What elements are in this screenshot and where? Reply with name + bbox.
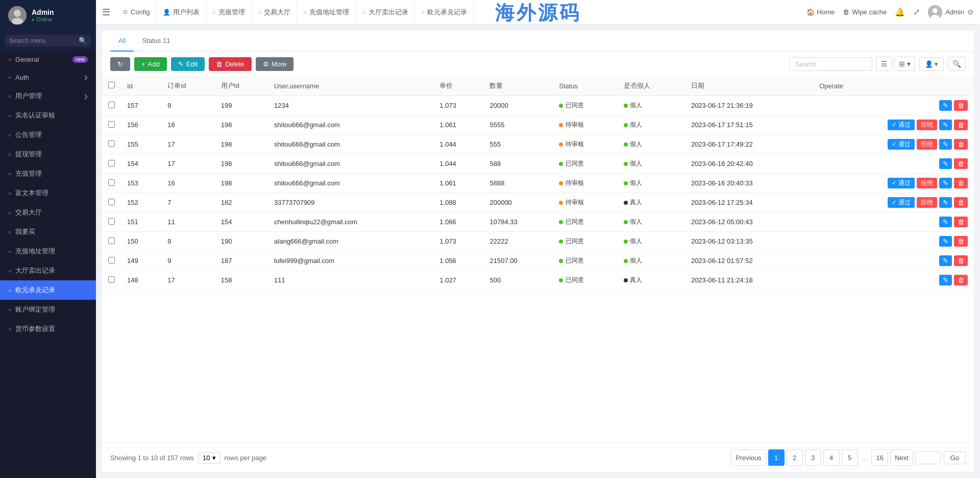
row-checkbox[interactable] [108,140,115,147]
sidebar-item-general[interactable]: ○ General new [0,51,96,68]
approve-button[interactable]: ✓ 通过 [888,197,915,208]
topnav-hall-sell[interactable]: ○ 大厅卖出记录 [356,0,414,25]
approve-button[interactable]: ✓ 通过 [888,139,915,150]
goto-page-input[interactable] [915,451,941,464]
topnav-config[interactable]: ⚙ Config [116,0,157,25]
edit-row-button[interactable]: ✎ [939,217,952,227]
page-4-button[interactable]: 4 [823,449,840,466]
topnav-wipe-cache[interactable]: 🗑 Wipe cache [843,8,887,16]
page-2-button[interactable]: 2 [787,449,803,466]
edit-row-button[interactable]: ✎ [939,158,952,169]
bell-icon[interactable]: 🔔 [895,7,905,17]
page-3-button[interactable]: 3 [805,449,821,466]
cell-is-fake: 假人 [618,251,685,271]
topnav-trade-hall[interactable]: ○ 交易大厅 [252,0,297,25]
search-input[interactable] [790,58,872,70]
sidebar-item-euro-record[interactable]: ○ 欧元承兑记录 [0,280,96,300]
sidebar-item-recharge[interactable]: ○ 充值管理 [0,164,96,183]
row-checkbox[interactable] [108,237,115,244]
row-checkbox[interactable] [108,121,115,128]
fake-label: 假人 [630,159,642,168]
edit-row-button[interactable]: ✎ [939,255,952,266]
cell-username: shitou666@gmail.com [268,154,433,174]
topnav-euro-rec[interactable]: ○ 欧元承兑记录 [415,0,474,25]
search-box[interactable] [790,57,872,71]
circle-icon: ○ [258,9,261,16]
delete-row-button[interactable]: 🗑 [954,275,968,285]
reject-button[interactable]: 拒绝 [917,119,937,130]
columns-dropdown[interactable]: 👤 ▾ [919,57,944,71]
delete-row-button[interactable]: 🗑 [954,255,968,266]
delete-row-button[interactable]: 🗑 [954,119,968,130]
row-checkbox[interactable] [108,257,115,264]
page-5-button[interactable]: 5 [842,449,858,466]
delete-button[interactable]: 🗑 Delete [209,57,252,71]
edit-row-button[interactable]: ✎ [939,119,952,130]
delete-row-button[interactable]: 🗑 [954,158,968,169]
row-checkbox[interactable] [108,276,115,283]
prev-button[interactable]: Previous [731,449,766,466]
delete-row-button[interactable]: 🗑 [954,197,968,208]
next-button[interactable]: Next [890,449,913,466]
page-16-button[interactable]: 16 [871,449,888,466]
sidebar-search-inner[interactable]: 🔍 [5,35,91,46]
approve-button[interactable]: ✓ 通过 [888,178,915,188]
wipe-cache-icon: 🗑 [843,8,849,16]
sidebar-item-currency[interactable]: ○ 货币参数设置 [0,319,96,339]
sidebar-item-user-mgmt[interactable]: ○ 用户管理 ❯ [0,86,96,106]
settings-icon[interactable]: ⚙ [967,8,974,16]
search-filter-button[interactable]: 🔍 [948,57,966,71]
rows-per-page-select[interactable]: 10 ▾ [198,452,220,464]
edit-row-button[interactable]: ✎ [939,197,952,208]
cell-operate: ✎🗑 [813,154,974,174]
sidebar-item-account-bind[interactable]: ○ 账户绑定管理 [0,300,96,319]
edit-row-button[interactable]: ✎ [939,236,952,247]
refresh-button[interactable]: ↻ [110,57,130,71]
row-checkbox[interactable] [108,199,115,205]
search-menu-input[interactable] [9,37,76,44]
sidebar-item-hall-sell[interactable]: ○ 大厅卖出记录 [0,261,96,280]
sidebar-item-withdraw[interactable]: ○ 提现管理 [0,145,96,164]
approve-button[interactable]: ✓ 通过 [888,119,915,130]
sidebar-item-auth[interactable]: ○ Auth ❯ [0,68,96,86]
expand-icon[interactable]: ⤢ [913,7,920,17]
list-view-button[interactable]: ☰ [876,57,892,71]
row-checkbox[interactable] [108,218,115,225]
edit-row-button[interactable]: ✎ [939,275,952,285]
delete-row-button[interactable]: 🗑 [954,236,968,247]
topnav-admin[interactable]: Admin ⚙ [928,5,974,19]
goto-button[interactable]: Go [944,451,966,464]
sidebar-item-recharge-addr[interactable]: ○ 充值地址管理 [0,242,96,261]
topnav-recharge-addr[interactable]: ○ 充值地址管理 [297,0,356,25]
row-checkbox[interactable] [108,102,115,108]
edit-row-button[interactable]: ✎ [939,139,952,150]
topnav-user-list[interactable]: 👤 用户列表 [157,0,206,25]
delete-row-button[interactable]: 🗑 [954,217,968,227]
sidebar-item-realname[interactable]: ○ 实名认证审核 [0,106,96,125]
page-1-button[interactable]: 1 [768,449,785,466]
edit-row-button[interactable]: ✎ [939,100,952,111]
add-button[interactable]: + Add [134,57,167,71]
reject-button[interactable]: 拒绝 [917,197,937,208]
grid-view-button[interactable]: ⊞ ▾ [894,57,915,71]
row-checkbox[interactable] [108,179,115,186]
menu-toggle-icon[interactable]: ☰ [102,7,110,18]
sidebar-item-buy[interactable]: ○ 我要买 [0,222,96,242]
topnav-recharge-mgmt[interactable]: ○ 充值管理 [206,0,252,25]
more-button[interactable]: ⚙ More [256,57,294,71]
tab-status11[interactable]: Status 11 [134,31,178,52]
sidebar-item-richtext[interactable]: ○ 富文本管理 [0,183,96,203]
topnav-home[interactable]: 🏠 Home [806,8,835,16]
sidebar-item-announcement[interactable]: ○ 公告管理 [0,125,96,145]
delete-row-button[interactable]: 🗑 [954,139,968,150]
select-all-checkbox[interactable] [108,82,115,88]
reject-button[interactable]: 拒绝 [917,178,937,188]
edit-button[interactable]: ✎ Edit [171,57,205,71]
delete-row-button[interactable]: 🗑 [954,100,968,111]
tab-all[interactable]: All [110,31,134,52]
sidebar-item-trade[interactable]: ○ 交易大厅 [0,203,96,222]
edit-row-button[interactable]: ✎ [939,178,952,188]
delete-row-button[interactable]: 🗑 [954,178,968,188]
reject-button[interactable]: 拒绝 [917,139,937,150]
row-checkbox[interactable] [108,160,115,166]
